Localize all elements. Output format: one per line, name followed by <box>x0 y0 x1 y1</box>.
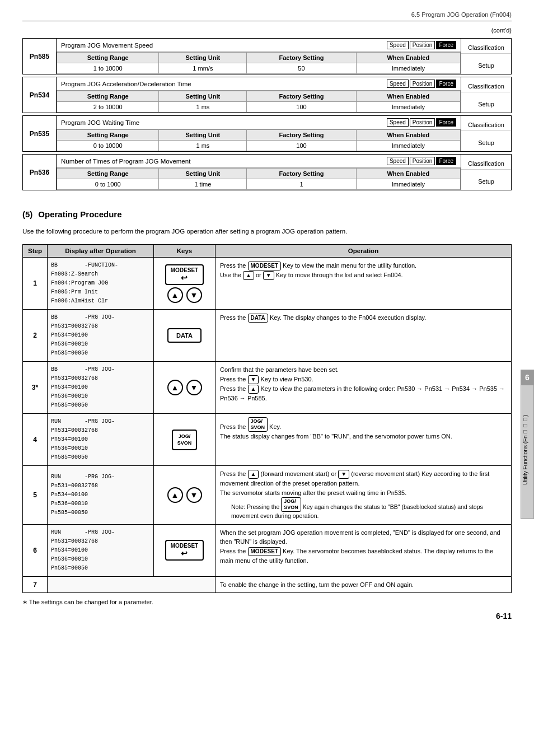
section-number: (5) <box>22 209 32 219</box>
param-id-pn536: Pn536 <box>23 155 57 190</box>
page-header: 6.5 Program JOG Operation (Fn004) <box>22 11 512 21</box>
param-desc-row: Number of Times of Program JOG MovementS… <box>57 155 461 168</box>
col-header-display: Display after Operation <box>48 245 154 258</box>
section-title: Operating Procedure <box>38 209 121 219</box>
key-data: DATA <box>167 328 202 343</box>
header-title: 6.5 Program JOG Operation (Fn004) <box>411 11 512 18</box>
page-number: 6-11 <box>22 612 512 620</box>
param-block-pn535: Pn535Program JOG Waiting TimeSpeedPositi… <box>22 115 512 152</box>
procedure-table: Step Display after Operation Keys Operat… <box>22 244 512 593</box>
param-desc-row: Program JOG Waiting TimeSpeedPositionFor… <box>57 116 461 129</box>
table-row: 2BB -PRG JOG- Pn531=00032768 Pn534=00100… <box>23 310 512 362</box>
param-content-pn534: Program JOG Acceleration/Deceleration Ti… <box>57 77 461 113</box>
param-classification-pn534: ClassificationSetup <box>461 77 511 113</box>
contd-label: (cont'd) <box>22 27 512 34</box>
param-desc-row: Program JOG Acceleration/Deceleration Ti… <box>57 77 461 91</box>
side-tab-text: Utility Functions (Fn□□□) <box>522 415 528 485</box>
table-row: 3*BB -PRG JOG- Pn531=00032768 Pn534=0010… <box>23 362 512 414</box>
side-tab: Utility Functions (Fn□□□) <box>521 381 534 519</box>
param-blocks: Pn585Program JOG Movement SpeedSpeedPosi… <box>22 38 512 190</box>
param-tags: SpeedPositionForce <box>387 41 456 49</box>
col-header-operation: Operation <box>216 245 512 258</box>
table-row: 7To enable the change in the setting, tu… <box>23 576 512 593</box>
table-row: 1BB -FUNCTION- Fn003:Z-Search Fn004:Prog… <box>23 258 512 310</box>
col-header-keys: Keys <box>154 245 216 258</box>
table-row: 4RUN -PRG JOG- Pn531=00032768 Pn534=0010… <box>23 414 512 466</box>
section-intro: Use the following procedure to perform t… <box>22 227 512 236</box>
param-block-pn534: Pn534Program JOG Acceleration/Decelerati… <box>22 77 512 113</box>
footnote: ∗ The settings can be changed for a para… <box>22 599 512 606</box>
key-jog-svon: JOG/SVON <box>172 430 198 450</box>
param-tags: SpeedPositionForce <box>387 118 456 127</box>
param-classification-pn536: ClassificationSetup <box>461 155 511 190</box>
param-block-pn585: Pn585Program JOG Movement SpeedSpeedPosi… <box>22 38 512 74</box>
param-tags: SpeedPositionForce <box>387 80 456 88</box>
param-id-pn535: Pn535 <box>23 116 57 151</box>
param-desc-row: Program JOG Movement SpeedSpeedPositionF… <box>57 39 461 52</box>
keys-arrows: ▲ ▼ <box>157 487 212 503</box>
table-row: 6RUN -PRG JOG- Pn531=00032768 Pn534=0010… <box>23 524 512 576</box>
param-id-pn534: Pn534 <box>23 77 57 113</box>
proc-tbody: 1BB -FUNCTION- Fn003:Z-Search Fn004:Prog… <box>23 258 512 593</box>
param-block-pn536: Pn536Number of Times of Program JOG Move… <box>22 154 512 190</box>
param-classification-pn535: ClassificationSetup <box>461 116 511 151</box>
param-classification-pn585: ClassificationSetup <box>461 39 511 74</box>
footnote-text: ∗ The settings can be changed for a para… <box>22 599 153 605</box>
param-id-pn585: Pn585 <box>23 39 57 74</box>
col-header-step: Step <box>23 245 48 258</box>
param-content-pn535: Program JOG Waiting TimeSpeedPositionFor… <box>57 116 461 151</box>
keys-arrows: ▲ ▼ <box>157 380 212 395</box>
key-modeset: MODESET↩ <box>157 540 212 561</box>
param-content-pn536: Number of Times of Program JOG MovementS… <box>57 155 461 190</box>
chapter-number: 6 <box>521 370 534 385</box>
param-tags: SpeedPositionForce <box>387 157 456 165</box>
keys-modeset-arrows: MODESET↩ ▲ ▼ <box>157 264 212 303</box>
table-row: 5RUN -PRG JOG- Pn531=00032768 Pn534=0010… <box>23 466 512 524</box>
param-content-pn585: Program JOG Movement SpeedSpeedPositionF… <box>57 39 461 74</box>
